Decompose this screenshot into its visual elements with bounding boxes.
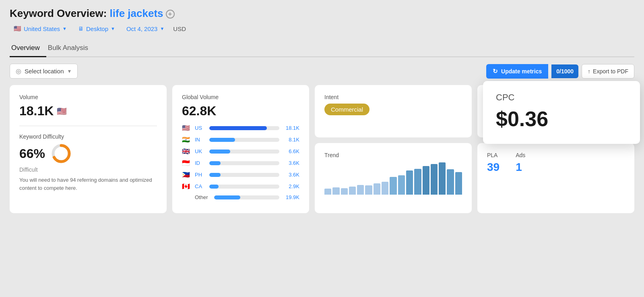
trend-bar — [423, 166, 429, 194]
location-label: United States — [24, 25, 60, 32]
trend-bar — [455, 172, 462, 195]
difficulty-description: You will need to have 94 referring domai… — [19, 176, 157, 192]
date-label: Oct 4, 2023 — [126, 25, 158, 32]
country-count: 3.6K — [283, 160, 299, 166]
title-keyword: life jackets — [110, 7, 163, 19]
device-chevron-icon: ▼ — [111, 26, 115, 31]
trend-bar — [390, 177, 396, 195]
country-code: CA — [195, 183, 206, 189]
tab-bulk-analysis[interactable]: Bulk Analysis — [46, 41, 95, 57]
trend-bar — [398, 175, 405, 195]
volume-bar — [209, 173, 221, 177]
location-pin-icon: ◎ — [16, 67, 21, 75]
trend-bar — [382, 182, 388, 195]
volume-bar — [209, 126, 267, 130]
trend-bar — [324, 189, 331, 194]
page-title: Keyword Overview: life jackets+ — [10, 7, 634, 20]
volume-bar-container — [209, 126, 279, 130]
keyword-difficulty-section: Keyword Difficulty 66% Difficult You wil… — [19, 133, 157, 192]
ads-value: 1 — [516, 161, 525, 174]
date-filter[interactable]: Oct 4, 2023 ▼ — [122, 23, 168, 34]
refresh-icon: ↻ — [493, 68, 498, 75]
country-code: UK — [195, 148, 206, 154]
intent-card: Intent Commercial — [315, 85, 472, 137]
trend-card: Trend — [315, 143, 472, 214]
country-count: 3.6K — [283, 172, 299, 178]
volume-bar-container — [209, 185, 279, 189]
update-metrics-count-label: 0/1000 — [556, 68, 574, 75]
location-filter[interactable]: 🇺🇸 United States ▼ — [10, 23, 71, 34]
trend-chart — [324, 162, 462, 195]
global-volume-label: Global Volume — [182, 94, 299, 100]
trend-bar — [406, 170, 413, 195]
us-flag-icon: 🇺🇸 — [14, 25, 21, 32]
trend-bar — [439, 162, 446, 195]
desktop-icon: 🖥 — [78, 25, 84, 32]
tabs-row: Overview Bulk Analysis — [10, 41, 634, 57]
update-metrics-button[interactable]: ↻ Update metrics — [486, 64, 548, 79]
country-code: ID — [195, 160, 206, 166]
page-header: Keyword Overview: life jackets+ 🇺🇸 Unite… — [10, 7, 634, 34]
list-item: 🇨🇦 CA 2.9K — [182, 183, 299, 190]
add-keyword-button[interactable]: + — [166, 10, 175, 19]
list-item: 🇮🇩 ID 3.6K — [182, 159, 299, 167]
update-metrics-count-button[interactable]: 0/1000 — [551, 64, 578, 78]
volume-bar — [209, 185, 219, 189]
us-flag-icon: 🇺🇸 — [182, 124, 192, 132]
pla-item: PLA 39 — [487, 152, 500, 174]
list-item: Other 19.9K — [182, 194, 299, 200]
pla-label: PLA — [487, 152, 500, 158]
country-rows: 🇺🇸 US 18.1K 🇮🇳 IN 8.1K 🇬🇧 UK — [182, 124, 299, 200]
global-volume-card: Global Volume 62.8K 🇺🇸 US 18.1K 🇮🇳 IN 8.… — [172, 85, 309, 213]
trend-bar — [349, 187, 356, 195]
difficulty-level-label: Difficult — [19, 166, 157, 173]
cpc-value: $0.36 — [496, 107, 627, 131]
volume-card: Volume 18.1K 🇺🇸 Keyword Difficulty 66% — [10, 85, 167, 213]
list-item: 🇵🇭 PH 3.6K — [182, 171, 299, 179]
in-flag-icon: 🇮🇳 — [182, 136, 192, 143]
select-location-chevron-icon: ▼ — [67, 69, 72, 74]
cards-grid: Volume 18.1K 🇺🇸 Keyword Difficulty 66% — [10, 85, 634, 213]
volume-bar-container — [209, 173, 279, 177]
device-label: Desktop — [86, 25, 108, 32]
cpc-popup-card: CPC $0.36 — [483, 81, 640, 144]
trend-bar — [414, 169, 421, 195]
date-chevron-icon: ▼ — [160, 26, 164, 31]
select-location-button[interactable]: ◎ Select location ▼ — [10, 64, 78, 79]
export-label: Export to PDF — [593, 68, 628, 75]
volume-bar — [209, 138, 235, 142]
country-code: PH — [195, 172, 206, 178]
volume-flag-icon: 🇺🇸 — [57, 106, 67, 116]
ads-label: Ads — [516, 152, 525, 158]
trend-bar — [332, 187, 339, 195]
pla-value: 39 — [487, 161, 500, 174]
pla-ads-row: PLA 39 Ads 1 — [487, 152, 625, 174]
tab-overview[interactable]: Overview — [10, 41, 46, 57]
pla-ads-card: PLA 39 Ads 1 — [477, 143, 634, 214]
intent-label: Intent — [324, 94, 462, 100]
device-filter[interactable]: 🖥 Desktop ▼ — [74, 23, 119, 34]
volume-bar-container — [209, 150, 279, 154]
trend-bar — [374, 183, 380, 195]
title-prefix: Keyword Overview: — [10, 7, 110, 19]
toolbar-row: ◎ Select location ▼ ↻ Update metrics 0/1… — [10, 64, 634, 79]
keyword-difficulty-value: 66% — [19, 146, 45, 161]
trend-bar — [341, 188, 348, 195]
volume-bar — [209, 161, 221, 165]
uk-flag-icon: 🇬🇧 — [182, 147, 192, 155]
trend-label: Trend — [324, 152, 462, 158]
trend-bar — [431, 164, 438, 195]
trend-bar — [447, 169, 454, 194]
country-code: IN — [195, 137, 206, 143]
country-count: 8.1K — [283, 137, 299, 143]
export-icon: ↑ — [588, 68, 590, 75]
ads-item: Ads 1 — [516, 152, 525, 174]
volume-bar — [209, 150, 230, 154]
list-item: 🇮🇳 IN 8.1K — [182, 136, 299, 143]
cpc-label: CPC — [496, 92, 627, 103]
ca-flag-icon: 🇨🇦 — [182, 183, 192, 190]
list-item: 🇬🇧 UK 6.6K — [182, 147, 299, 155]
export-button[interactable]: ↑ Export to PDF — [582, 64, 634, 79]
list-item: 🇺🇸 US 18.1K — [182, 124, 299, 132]
other-label: Other — [195, 194, 211, 200]
